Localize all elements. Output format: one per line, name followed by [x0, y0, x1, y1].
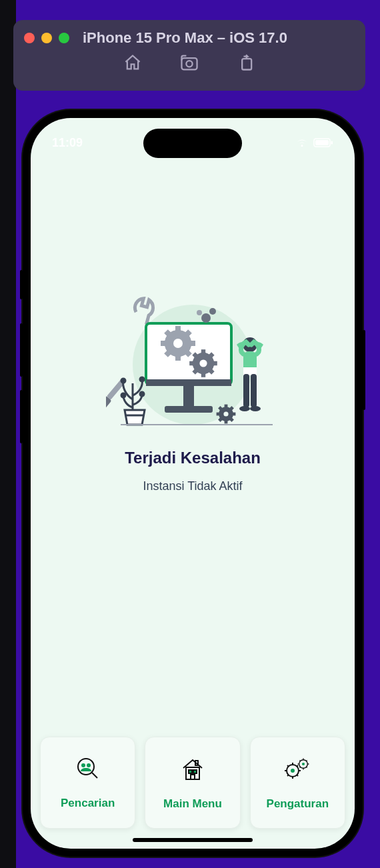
simulator-titlebar: iPhone 15 Pro Max – iOS 17.0: [13, 27, 365, 53]
svg-line-75: [300, 760, 301, 761]
error-title: Terjadi Kesalahan: [125, 449, 261, 467]
mute-switch: [20, 270, 23, 299]
bottom-nav: Pencarian Main Menu: [31, 737, 355, 849]
app-body: Terjadi Kesalahan Instansi Tidak Aktif: [31, 158, 355, 737]
svg-rect-11: [183, 386, 194, 406]
svg-rect-10: [146, 379, 231, 386]
svg-rect-5: [331, 141, 333, 145]
home-icon: [123, 53, 142, 72]
nav-card-pengaturan[interactable]: Pengaturan: [250, 737, 345, 829]
svg-line-68: [297, 765, 298, 767]
minimize-window-button[interactable]: [41, 33, 52, 43]
simulator-toolbar: [13, 53, 365, 79]
zoom-window-button[interactable]: [59, 33, 69, 43]
volume-up-button: [20, 323, 23, 377]
svg-point-37: [121, 379, 125, 383]
rotate-icon: [237, 53, 255, 72]
volume-down-button: [20, 390, 23, 443]
nav-card-main-menu[interactable]: Main Menu: [145, 737, 240, 829]
nav-label: Pencarian: [61, 797, 115, 810]
svg-point-29: [209, 308, 216, 315]
svg-line-67: [287, 775, 289, 776]
power-button: [363, 330, 365, 410]
house-icon: [179, 756, 206, 783]
svg-line-76: [307, 767, 307, 767]
editor-gutter: [0, 0, 16, 868]
error-subtitle: Instansi Tidak Aktif: [143, 479, 242, 493]
nav-card-pencarian[interactable]: Pencarian: [40, 737, 135, 829]
svg-rect-55: [189, 770, 192, 773]
nav-label: Pengaturan: [267, 797, 329, 811]
svg-point-40: [140, 392, 144, 396]
phone-frame: 11:09: [23, 110, 363, 857]
battery-icon: [313, 138, 333, 147]
svg-rect-56: [193, 770, 197, 773]
camera-icon: [179, 53, 199, 72]
phone-screen: 11:09: [31, 118, 355, 849]
gears-icon: [283, 756, 311, 783]
search-people-icon: [75, 757, 101, 782]
svg-line-66: [297, 775, 298, 776]
svg-point-39: [121, 393, 125, 397]
svg-line-77: [300, 767, 301, 767]
svg-line-78: [307, 760, 307, 761]
rotate-button[interactable]: [237, 53, 255, 72]
home-button[interactable]: [123, 53, 142, 72]
svg-rect-12: [165, 406, 213, 413]
svg-point-60: [291, 769, 295, 773]
svg-point-38: [140, 377, 144, 381]
svg-line-51: [92, 773, 97, 778]
svg-rect-45: [243, 374, 249, 407]
svg-line-65: [287, 765, 289, 767]
wifi-icon: [295, 137, 309, 148]
nav-label: Main Menu: [163, 797, 222, 811]
svg-rect-0: [181, 58, 197, 69]
svg-point-27: [199, 359, 207, 367]
svg-point-47: [239, 406, 250, 411]
status-time: 11:09: [52, 136, 83, 150]
simulator-window: iPhone 15 Pro Max – iOS 17.0: [13, 20, 365, 91]
svg-point-20: [173, 339, 183, 348]
window-traffic-lights: [24, 33, 69, 43]
svg-point-52: [81, 763, 85, 767]
error-illustration: [106, 291, 279, 431]
svg-point-36: [223, 411, 228, 416]
svg-point-28: [201, 313, 211, 323]
simulator-title: iPhone 15 Pro Max – iOS 17.0: [83, 29, 287, 47]
svg-point-50: [78, 759, 94, 775]
svg-rect-57: [191, 775, 195, 779]
screenshot-button[interactable]: [179, 53, 199, 72]
svg-rect-2: [242, 59, 251, 69]
svg-point-1: [186, 61, 192, 67]
dynamic-island: [143, 129, 242, 158]
svg-point-30: [197, 310, 202, 315]
status-right: [295, 137, 333, 148]
close-window-button[interactable]: [24, 33, 35, 43]
svg-point-48: [250, 406, 261, 411]
svg-point-53: [87, 763, 91, 767]
home-indicator[interactable]: [133, 838, 253, 842]
svg-rect-46: [251, 374, 257, 407]
svg-rect-4: [315, 140, 329, 145]
svg-point-70: [302, 763, 305, 765]
